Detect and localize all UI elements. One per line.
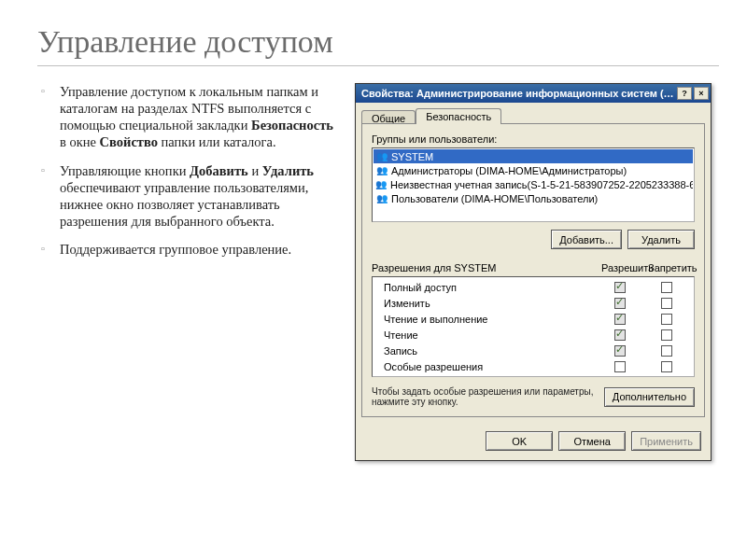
permissions-list[interactable]: Полный доступИзменитьЧтение и выполнение… <box>372 276 695 377</box>
deny-checkbox[interactable] <box>661 282 672 293</box>
deny-checkbox[interactable] <box>661 345 672 357</box>
permission-row: Запись <box>376 343 690 358</box>
permission-name: Полный доступ <box>376 282 597 293</box>
permission-row: Изменить <box>376 295 690 311</box>
cancel-button[interactable]: Отмена <box>558 431 626 451</box>
list-item[interactable]: 👥Пользователи (DIMA-HOME\Пользователи) <box>374 191 693 205</box>
permission-name: Запись <box>376 345 597 357</box>
allow-checkbox[interactable] <box>614 282 626 293</box>
list-item-label: Пользователи (DIMA-HOME\Пользователи) <box>391 193 598 204</box>
user-group-icon: 👥 <box>375 150 388 162</box>
allow-checkbox[interactable] <box>614 361 626 372</box>
apply-button[interactable]: Применить <box>631 431 701 451</box>
groups-list[interactable]: 👥SYSTEM👥Администраторы (DIMA-HOME\Админи… <box>372 147 695 222</box>
ok-button[interactable]: OK <box>486 431 553 451</box>
deny-checkbox[interactable] <box>661 361 672 372</box>
permission-name: Изменить <box>376 298 597 309</box>
user-group-icon: 👥 <box>375 178 387 190</box>
permission-name: Чтение <box>376 329 597 341</box>
properties-dialog: Свойства: Администрирование информационн… <box>355 83 712 461</box>
groups-label: Группы или пользователи: <box>372 133 695 145</box>
permission-name: Особые разрешения <box>376 361 597 372</box>
list-item[interactable]: 👥Администраторы (DIMA-HOME\Администратор… <box>374 163 693 177</box>
remove-button[interactable]: Удалить <box>627 230 695 249</box>
allow-checkbox[interactable] <box>614 298 626 309</box>
deny-checkbox[interactable] <box>661 314 672 325</box>
allow-checkbox[interactable] <box>614 345 626 357</box>
bullet-item: Управление доступом к локальным папкам и… <box>54 83 336 151</box>
allow-checkbox[interactable] <box>614 329 626 341</box>
page-title: Управление доступом <box>37 24 719 60</box>
permission-row: Чтение <box>376 327 690 343</box>
deny-checkbox[interactable] <box>661 329 672 341</box>
column-deny: Запретить <box>648 262 695 273</box>
tab-security[interactable]: Безопасность <box>416 108 501 124</box>
list-item-label: Неизвестная учетная запись(S-1-5-21-5839… <box>390 179 693 190</box>
list-item[interactable]: 👥Неизвестная учетная запись(S-1-5-21-583… <box>374 177 693 191</box>
permissions-for-label: Разрешения для SYSTEM <box>372 262 601 273</box>
list-item-label: SYSTEM <box>391 151 433 162</box>
security-panel: Группы или пользователи: 👥SYSTEM👥Админис… <box>361 123 705 417</box>
list-item-label: Администраторы (DIMA-HOME\Администраторы… <box>391 165 627 176</box>
bullet-item: Поддерживается групповое управление. <box>54 241 336 258</box>
permission-name: Чтение и выполнение <box>376 314 597 325</box>
dialog-titlebar[interactable]: Свойства: Администрирование информационн… <box>356 84 711 103</box>
permission-row: Особые разрешения <box>376 358 690 374</box>
advanced-button[interactable]: Дополнительно <box>604 387 695 407</box>
divider <box>37 65 719 66</box>
user-group-icon: 👥 <box>375 192 388 204</box>
help-button[interactable]: ? <box>677 87 692 100</box>
bullet-column: Управление доступом к локальным папкам и… <box>37 83 336 461</box>
allow-checkbox[interactable] <box>614 314 626 325</box>
dialog-title: Свойства: Администрирование информационн… <box>361 88 675 99</box>
permission-row: Полный доступ <box>376 279 690 295</box>
user-group-icon: 👥 <box>375 164 388 176</box>
column-allow: Разрешить <box>601 262 648 273</box>
list-item[interactable]: 👥SYSTEM <box>374 149 693 163</box>
close-button[interactable]: × <box>694 87 709 100</box>
advanced-hint: Чтобы задать особые разрешения или парам… <box>372 386 597 407</box>
bullet-item: Управляющие кнопки Добавить и Удалить об… <box>54 162 336 231</box>
permission-row: Чтение и выполнение <box>376 311 690 327</box>
add-button[interactable]: Добавить... <box>551 230 622 249</box>
deny-checkbox[interactable] <box>661 298 672 309</box>
